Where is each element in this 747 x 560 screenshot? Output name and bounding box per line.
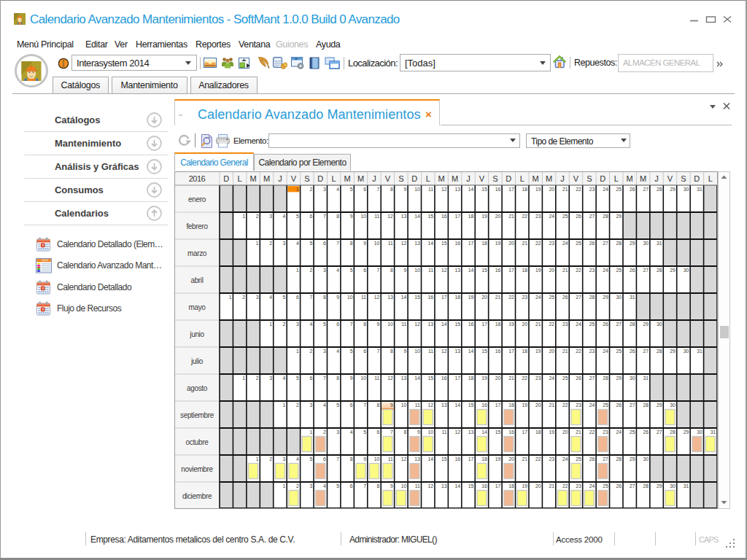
svg-text:21: 21 [535,322,541,327]
svg-text:M: M [533,174,539,183]
svg-text:1: 1 [296,268,299,273]
svg-text:29: 29 [657,402,662,408]
svg-text:19: 19 [549,429,554,435]
svg-text:25: 25 [549,295,554,300]
svg-text:6: 6 [350,483,353,489]
svg-text:11: 11 [361,295,366,300]
svg-text:18: 18 [495,322,501,327]
svg-text:11: 11 [388,241,393,246]
svg-text:6: 6 [309,214,312,219]
svg-text:14: 14 [468,187,474,192]
svg-text:16: 16 [481,483,487,489]
svg-text:12: 12 [374,295,380,300]
svg-text:J: J [372,174,376,183]
svg-text:24: 24 [589,402,595,408]
svg-text:25: 25 [576,456,581,462]
svg-text:28: 28 [616,456,622,462]
svg-text:19: 19 [522,483,528,489]
svg-text:7: 7 [336,456,339,462]
svg-text:24: 24 [576,322,581,327]
svg-text:13: 13 [414,456,420,462]
svg-text:enero: enero [188,195,206,203]
svg-text:12: 12 [387,376,393,381]
svg-text:julio: julio [190,357,204,365]
svg-text:22: 22 [589,429,595,435]
svg-text:L: L [426,174,430,183]
svg-text:6: 6 [363,268,366,273]
svg-text:26: 26 [630,349,635,354]
svg-text:M: M [627,174,633,183]
svg-text:9: 9 [336,295,339,300]
svg-text:23: 23 [589,268,595,273]
svg-text:25: 25 [562,214,568,219]
svg-text:25: 25 [616,187,622,192]
svg-text:30: 30 [670,483,676,489]
svg-text:19: 19 [495,241,501,246]
svg-text:11: 11 [428,349,433,354]
svg-text:7: 7 [323,214,326,219]
svg-text:abril: abril [190,276,203,284]
svg-text:7: 7 [336,241,339,246]
svg-text:14: 14 [468,349,474,354]
svg-text:28: 28 [616,241,622,246]
svg-text:21: 21 [508,376,514,381]
svg-text:10: 10 [387,322,393,327]
svg-text:29: 29 [616,214,622,219]
svg-text:D: D [694,174,700,183]
svg-text:12: 12 [401,456,407,462]
svg-text:7: 7 [377,349,380,354]
svg-text:D: D [506,174,511,183]
svg-text:19: 19 [481,214,487,219]
svg-text:26: 26 [616,483,622,489]
svg-text:28: 28 [603,376,608,381]
svg-text:23: 23 [535,376,541,381]
svg-text:13: 13 [468,429,474,435]
svg-text:26: 26 [603,322,608,327]
svg-text:19: 19 [508,322,514,327]
svg-text:24: 24 [562,456,568,462]
svg-text:18: 18 [535,429,541,435]
svg-text:26: 26 [643,429,649,435]
svg-text:M: M [452,174,458,183]
svg-text:28: 28 [657,187,662,192]
svg-text:13: 13 [441,402,447,408]
svg-text:17: 17 [468,241,474,246]
svg-text:3: 3 [269,376,272,381]
svg-text:2: 2 [296,402,299,408]
svg-text:25: 25 [589,322,595,327]
svg-text:7: 7 [377,268,380,273]
svg-text:17: 17 [454,376,460,381]
svg-text:3: 3 [309,483,312,489]
svg-text:11: 11 [415,402,420,408]
svg-text:12: 12 [428,402,434,408]
svg-text:2: 2 [256,214,259,219]
svg-text:4: 4 [283,376,286,381]
svg-text:14: 14 [414,214,420,219]
svg-text:4: 4 [336,349,339,354]
svg-text:26: 26 [630,268,635,273]
svg-text:27: 27 [657,429,662,435]
svg-text:D: D [317,174,323,183]
svg-text:V: V [385,174,391,183]
svg-text:31: 31 [711,429,716,435]
svg-text:9: 9 [403,349,406,354]
svg-text:30: 30 [684,268,689,273]
svg-text:13: 13 [454,187,460,192]
svg-text:28: 28 [643,402,649,408]
svg-text:17: 17 [495,483,501,489]
svg-text:24: 24 [549,376,554,381]
svg-text:M: M [357,174,364,183]
svg-text:23: 23 [549,241,554,246]
svg-text:23: 23 [549,456,554,462]
svg-text:13: 13 [414,241,420,246]
svg-text:28: 28 [603,214,608,219]
svg-text:M: M [438,174,445,183]
svg-text:D: D [600,174,605,183]
svg-text:diciembre: diciembre [182,492,212,500]
svg-text:9: 9 [390,483,393,489]
svg-text:7: 7 [323,376,326,381]
svg-text:30: 30 [616,295,622,300]
svg-text:26: 26 [589,456,595,462]
svg-text:septiembre: septiembre [180,411,214,419]
svg-text:15: 15 [481,268,487,273]
